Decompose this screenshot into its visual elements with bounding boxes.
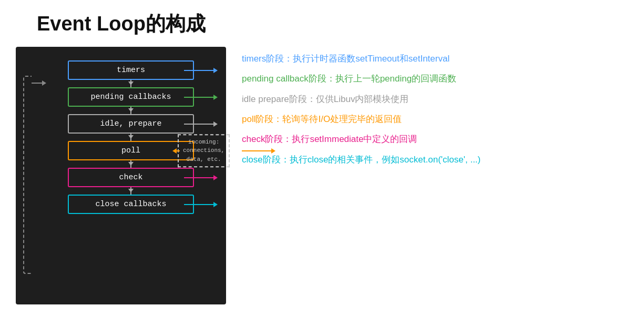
stage-close: close callbacks xyxy=(46,195,216,214)
annotation-poll: poll阶段：轮询等待I/O处理完毕的返回值 xyxy=(242,113,628,126)
annotations-panel: timers阶段：执行计时器函数setTimeout和setInterval p… xyxy=(226,47,628,173)
stage-box-close: close callbacks xyxy=(68,195,194,214)
stage-box-timers: timers xyxy=(68,60,194,80)
poll-arrow-line xyxy=(242,150,273,151)
annotation-idle: idle prepare阶段：仅供Libuv内部模块使用 xyxy=(242,93,628,106)
connector-check-close xyxy=(130,187,131,195)
annotation-pending: pending callback阶段：执行上一轮pending的回调函数 xyxy=(242,72,628,86)
annotation-check: check阶段：执行setImmediate中定义的回调 xyxy=(242,133,628,146)
stage-check: check xyxy=(46,168,216,195)
stage-row-idle: idle, prepare xyxy=(46,114,216,134)
stage-timers: timers xyxy=(46,60,216,87)
idle-arrow-line xyxy=(184,124,216,125)
close-arrow-head xyxy=(213,202,220,207)
stage-box-check: check xyxy=(68,168,194,187)
entry-arrow-line xyxy=(32,83,43,84)
annotation-timers: timers阶段：执行计时器函数setTimeout和setInterval xyxy=(242,52,628,66)
connector-idle-poll xyxy=(130,134,131,141)
connector-pending-idle xyxy=(130,107,131,114)
check-arrow-head xyxy=(213,175,220,180)
check-arrow-line xyxy=(184,177,216,178)
idle-arrow-head xyxy=(213,121,220,127)
stage-row-check: check xyxy=(46,168,216,187)
poll-incoming-box: incoming: connections, data, etc. xyxy=(178,134,230,168)
stage-box-idle: idle, prepare xyxy=(68,114,194,134)
close-arrow-line xyxy=(184,204,216,205)
diagram-wrapper: timers pending callbacks xyxy=(16,47,226,304)
event-loop-diagram: timers pending callbacks xyxy=(16,47,226,304)
stage-row-pending: pending callbacks xyxy=(46,87,216,107)
stage-row-poll: poll incoming: connections, data, etc. xyxy=(46,141,216,160)
pending-arrow-line xyxy=(184,97,216,98)
stage-pending: pending callbacks xyxy=(46,87,216,114)
connector-timers-pending xyxy=(130,80,131,87)
pending-arrow-head xyxy=(213,95,220,100)
poll-arrow-head xyxy=(271,148,278,154)
stage-poll: poll incoming: connections, data, etc. xyxy=(46,141,216,168)
poll-incoming-arrow-head xyxy=(170,148,177,154)
annotation-close: close阶段：执行close的相关事件，例如socket.on('close'… xyxy=(242,153,628,167)
connector-poll-check xyxy=(130,160,131,168)
main-content: timers pending callbacks xyxy=(16,47,628,304)
stage-box-pending: pending callbacks xyxy=(68,87,194,107)
loop-line xyxy=(23,76,32,274)
timers-arrow-head xyxy=(213,68,220,73)
page-title: Event Loop的构成 xyxy=(37,11,206,37)
timers-arrow-line xyxy=(184,70,216,71)
stages-container: timers pending callbacks xyxy=(46,55,216,214)
stage-row-timers: timers xyxy=(46,60,216,80)
stage-row-close: close callbacks xyxy=(46,195,216,214)
